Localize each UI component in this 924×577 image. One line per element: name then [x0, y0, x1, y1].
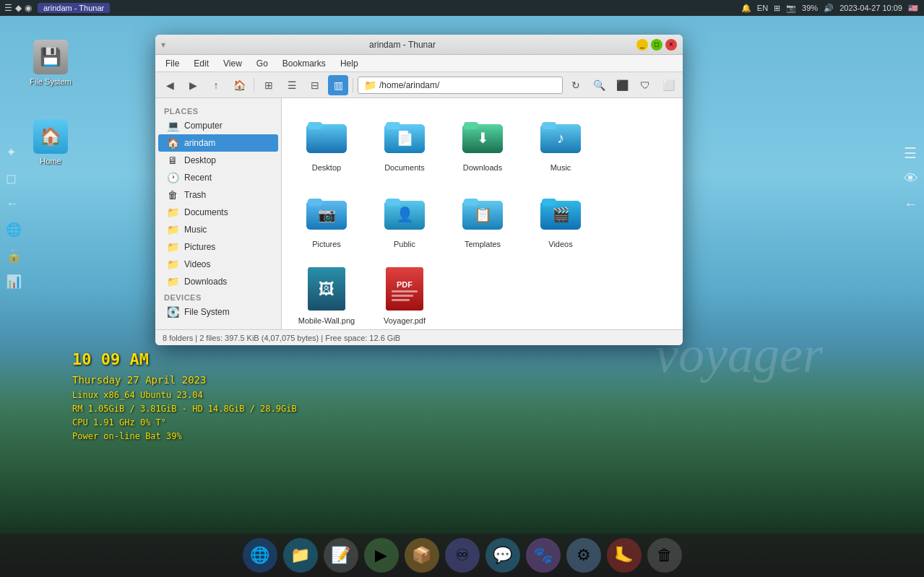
file-item-downloads[interactable]: ⬇ Downloads — [446, 107, 519, 178]
dock-pawns[interactable]: 🐾 — [526, 538, 561, 573]
toolbar-separator-1 — [254, 78, 254, 92]
volume-icon[interactable]: 🔊 — [824, 4, 834, 13]
sidebar-item-trash[interactable]: 🗑 Trash — [158, 186, 278, 204]
bottom-dock: 🌐 📁 📝 ▶ 📦 ♾ 💬 🐾 ⚙ 🦶 🗑 — [0, 534, 924, 577]
sidebar-item-documents[interactable]: 📁 Documents — [158, 204, 278, 221]
view-compact-button[interactable]: ⊟ — [305, 75, 325, 95]
view-button[interactable]: ⬜ — [658, 75, 678, 95]
file-item-videos[interactable]: 🎬 Videos — [524, 183, 597, 254]
notification-icon[interactable]: 🔔 — [741, 4, 751, 13]
right-icon-eye[interactable]: 👁 — [904, 170, 918, 187]
dock-store[interactable]: ▶ — [364, 538, 399, 573]
mobile-wall-name: Mobile-Wall.png — [298, 316, 355, 325]
right-icon-arrow[interactable]: ← — [904, 196, 918, 212]
minimize-button[interactable]: _ — [636, 39, 648, 51]
refresh-button[interactable]: ↻ — [566, 75, 586, 95]
store-icon: ▶ — [375, 546, 387, 565]
desktop-label: Desktop — [184, 155, 216, 165]
menu-help[interactable]: Help — [333, 57, 366, 70]
loop-icon: ♾ — [455, 546, 470, 565]
location-text: /home/arindam/ — [379, 80, 439, 90]
up-button[interactable]: ↑ — [206, 75, 226, 95]
sidebar-item-music[interactable]: 📁 Music — [158, 221, 278, 238]
file-item-templates[interactable]: 📋 Templates — [446, 183, 519, 254]
close-button[interactable]: × — [665, 39, 677, 51]
sidebar-item-downloads[interactable]: 📁 Downloads — [158, 273, 278, 290]
downloads-icon: 📁 — [167, 276, 178, 287]
app-icon-2[interactable]: ◉ — [25, 3, 32, 13]
desktop-icon-filesystem[interactable]: 💾 File System — [22, 40, 79, 86]
sidebar-item-videos[interactable]: 📁 Videos — [158, 256, 278, 273]
thunar-window: ▾ arindam - Thunar _ □ × File Edit View … — [155, 35, 683, 345]
menu-bookmarks[interactable]: Bookmarks — [275, 57, 333, 70]
dock-files[interactable]: 📁 — [283, 538, 318, 573]
svg-text:📋: 📋 — [474, 206, 492, 223]
computer-label: Computer — [184, 121, 223, 131]
dock-browser[interactable]: 🌐 — [243, 538, 277, 573]
title-bar: ▾ arindam - Thunar _ □ × — [155, 35, 683, 55]
menu-view[interactable]: View — [216, 57, 249, 70]
view-list-button[interactable]: ☰ — [282, 75, 302, 95]
sidebar-item-pictures[interactable]: 📁 Pictures — [158, 238, 278, 256]
active-window-button[interactable]: arindam - Thunar — [38, 3, 110, 13]
left-icon-globe[interactable]: 🌐 — [6, 222, 22, 238]
app-icon-1[interactable]: ◆ — [15, 3, 22, 13]
file-item-documents[interactable]: 📄 Documents — [368, 107, 441, 178]
left-icon-square[interactable]: ◻ — [6, 170, 22, 186]
menu-icon[interactable]: ☰ — [4, 3, 12, 13]
devices-label: Devices — [155, 290, 281, 303]
screenshot-icon[interactable]: 📷 — [786, 4, 796, 13]
voyager-pdf-name: Voyager.pdf — [384, 316, 426, 325]
view-icons-button[interactable]: ⊞ — [259, 75, 279, 95]
svg-rect-37 — [392, 290, 418, 292]
dock-trash[interactable]: 🗑 — [647, 538, 682, 573]
search-button[interactable]: 🔍 — [589, 75, 609, 95]
sidebar-item-computer[interactable]: 💻 Computer — [158, 117, 278, 134]
location-icon: 📁 — [364, 79, 376, 91]
left-icon-star[interactable]: ✦ — [6, 144, 22, 160]
maximize-button[interactable]: □ — [651, 39, 662, 51]
file-item-public[interactable]: 👤 Public — [368, 183, 441, 254]
menu-edit[interactable]: Edit — [186, 57, 216, 70]
terminal-button[interactable]: ⬛ — [612, 75, 632, 95]
view-columns-button[interactable]: ▥ — [328, 75, 348, 95]
sidebar-item-desktop[interactable]: 🖥 Desktop — [158, 152, 278, 169]
window-title: arindam - Thunar — [168, 40, 636, 50]
sidebar-item-arindam[interactable]: 🏠 arindam — [158, 134, 278, 152]
dock-chat[interactable]: 💬 — [485, 538, 520, 573]
title-bar-arrow: ▾ — [161, 40, 165, 50]
forward-button[interactable]: ▶ — [183, 75, 203, 95]
sidebar-item-filesystem[interactable]: 💽 File System — [158, 303, 278, 321]
left-icon-lock[interactable]: 🔒 — [6, 248, 22, 264]
dock-loop[interactable]: ♾ — [445, 538, 480, 573]
file-item-mobile-wall[interactable]: 🖼 Mobile-Wall.png — [290, 260, 363, 329]
desktop-folder-icon — [303, 113, 350, 159]
location-bar[interactable]: 📁 /home/arindam/ — [358, 77, 563, 94]
home-button[interactable]: 🏠 — [229, 75, 249, 95]
file-item-desktop[interactable]: Desktop — [290, 107, 363, 178]
dock-gnome[interactable]: 🦶 — [607, 538, 642, 573]
flag-icon[interactable]: 🇺🇸 — [908, 4, 918, 13]
pictures-folder-name: Pictures — [312, 240, 341, 248]
home-label: Home — [40, 157, 61, 165]
language-indicator[interactable]: EN — [757, 4, 768, 12]
dock-editor[interactable]: 📝 — [324, 538, 358, 573]
file-item-music[interactable]: ♪ Music — [524, 107, 597, 178]
documents-folder-icon: 📄 — [381, 113, 428, 159]
shield-button[interactable]: 🛡 — [635, 75, 655, 95]
sidebar-item-recent[interactable]: 🕐 Recent — [158, 169, 278, 186]
file-item-voyager-pdf[interactable]: PDF Voyager.pdf — [368, 260, 441, 329]
left-icon-chart[interactable]: 📊 — [6, 274, 22, 290]
back-button[interactable]: ◀ — [160, 75, 180, 95]
right-icon-menu[interactable]: ☰ — [904, 144, 918, 162]
svg-rect-38 — [392, 295, 413, 297]
dock-settings[interactable]: ⚙ — [566, 538, 601, 573]
file-item-pictures[interactable]: 📷 Pictures — [290, 183, 363, 254]
dock-pkg[interactable]: 📦 — [405, 538, 439, 573]
left-icon-arrow-left[interactable]: ← — [6, 196, 22, 212]
menu-file[interactable]: File — [158, 57, 186, 70]
trash-icon: 🗑 — [167, 189, 178, 201]
menu-go[interactable]: Go — [249, 57, 275, 70]
desktop-icon-home[interactable]: 🏠 Home — [22, 119, 79, 165]
network-icon[interactable]: ⊞ — [774, 4, 780, 13]
